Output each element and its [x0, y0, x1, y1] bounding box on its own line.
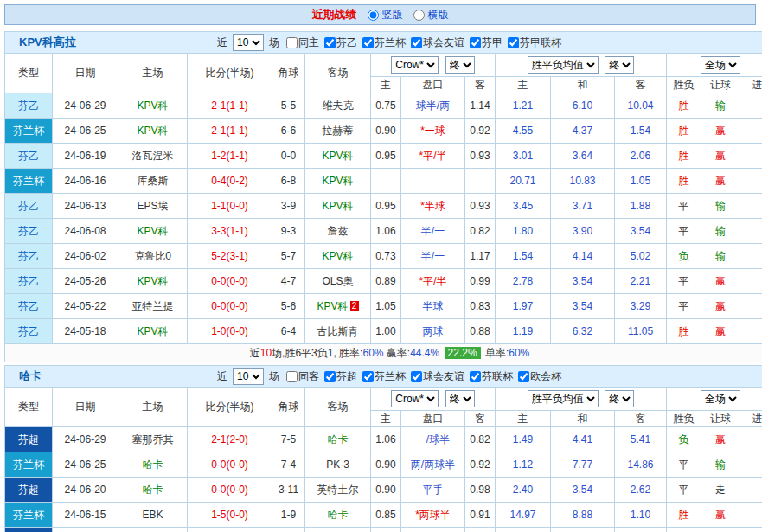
league-filter-checkbox[interactable] [362, 371, 374, 382]
league-filter[interactable]: 芬甲联杯 [508, 35, 561, 50]
bookmaker-select[interactable]: Crow* [391, 390, 439, 407]
match-date: 24-06-25 [53, 452, 118, 478]
avg-away-odds: 2.21 [615, 269, 667, 294]
handicap-odds-home: 0.75 [371, 93, 401, 119]
avg-home-odds: 1.19 [496, 319, 551, 344]
avg-draw-odds: 3.54 [551, 528, 615, 532]
league-filter-checkbox[interactable] [411, 371, 422, 382]
match-row: 芬兰杯24-06-16库桑斯0-4(0-2)6-8KPV科20.7110.831… [5, 169, 762, 194]
league-filter[interactable]: 同主 [286, 35, 319, 50]
layout-option-vertical[interactable]: 竖版 [368, 8, 403, 22]
handicap-odds-away: 0.99 [465, 269, 496, 294]
scope-select[interactable]: 全场 [701, 56, 740, 74]
page: 近期战绩 竖版 横版 KPV科高拉 近 10 场 同主芬乙芬兰杯球会友谊芬甲芬甲… [0, 0, 762, 532]
league-filter-checkbox[interactable] [508, 37, 519, 48]
match-result: 平 [667, 452, 701, 478]
avg-home-odds: 3.01 [496, 144, 551, 169]
avg-away-odds: 1.10 [615, 503, 667, 528]
league-filter[interactable]: 芬兰杯 [362, 369, 406, 384]
league-filter[interactable]: 芬联杯 [470, 369, 513, 384]
handicap-odds-home: 0.89 [371, 269, 401, 294]
vertical-layout-radio[interactable] [368, 10, 379, 21]
league-filter-checkbox[interactable] [470, 37, 481, 48]
col-home: 主场 [118, 54, 188, 93]
league-filter[interactable]: 同客 [286, 369, 319, 384]
horizontal-layout-radio[interactable] [413, 10, 425, 21]
avg-draw-odds: 8.88 [551, 503, 615, 528]
match-date: 24-06-25 [53, 119, 118, 144]
league-filter-checkbox[interactable] [470, 371, 481, 382]
league-filter-checkbox[interactable] [518, 371, 529, 382]
league-badge: 芬超 [5, 478, 53, 503]
league-filter-checkbox[interactable] [411, 37, 422, 48]
handicap-result: 赢 [701, 427, 740, 452]
league-badge: 芬乙 [5, 144, 53, 169]
summary-segment: 44.4% [410, 347, 439, 359]
avg-stage-select[interactable]: 终 [605, 390, 634, 407]
team-name: KPV科高拉 [19, 35, 76, 50]
away-team: 维夫克 [305, 93, 371, 119]
final-score: 1-5(0-0) [188, 503, 272, 528]
match-count-select[interactable]: 10 [233, 368, 264, 385]
col-odds-away: 客 [465, 77, 496, 93]
handicap-odds-home: 0.73 [371, 244, 401, 269]
away-team: KPV科 [305, 169, 371, 194]
league-filter[interactable]: 球会友谊 [411, 35, 464, 50]
col-type: 类型 [5, 388, 53, 427]
avg-type-select[interactable]: 胜平负均值 [528, 390, 599, 407]
avg-stage-select[interactable]: 终 [605, 56, 634, 74]
handicap-result: 赢 [701, 503, 740, 528]
final-score: 2-1(2-0) [188, 427, 272, 452]
league-filter[interactable]: 欧会杯 [518, 369, 561, 384]
col-score: 比分(半场) [188, 54, 272, 93]
handicap-line: 两/两球半 [401, 452, 465, 478]
league-badge: 芬乙 [5, 244, 53, 269]
col-avg-home: 主 [496, 411, 551, 427]
corner-count: 5-7 [272, 244, 305, 269]
final-score: 2-1(1-1) [188, 93, 272, 119]
match-count-select[interactable]: 10 [233, 34, 264, 51]
league-filter-label: 同客 [298, 369, 319, 384]
handicap-odds-away: 0.77 [465, 528, 496, 532]
match-result: 胜 [667, 144, 701, 169]
handicap-odds-away: 0.98 [465, 478, 496, 503]
handicap-line: 半球 [401, 294, 465, 319]
league-filter[interactable]: 芬超 [324, 369, 357, 384]
match-row: 芬乙24-06-19洛瓦涅米1-2(1-1)0-0KPV科0.95*平/半0.9… [5, 144, 762, 169]
col-result: 胜负 [667, 77, 701, 93]
match-row: 芬兰杯24-06-15EBK1-5(0-0)1-9哈卡0.85*两球半0.911… [5, 503, 762, 528]
avg-draw-odds: 3.90 [551, 219, 615, 244]
goals-cell [740, 93, 762, 119]
league-filter-checkbox[interactable] [286, 371, 298, 382]
league-filter[interactable]: 芬乙 [324, 35, 357, 50]
odds-stage-select[interactable]: 终 [445, 390, 475, 407]
col-avg-away: 客 [615, 77, 667, 93]
scope-select[interactable]: 全场 [701, 390, 740, 407]
odds-stage-select[interactable]: 终 [445, 56, 475, 74]
match-row: 芬超24-06-20哈卡0-0(0-0)3-11英特土尔0.90平手0.982.… [5, 478, 762, 503]
avg-draw-odds: 3.71 [551, 194, 615, 219]
corner-count: 3-9 [272, 194, 305, 219]
league-filter-checkbox[interactable] [324, 37, 336, 48]
league-filter-checkbox[interactable] [324, 371, 336, 382]
league-filter[interactable]: 芬兰杯 [362, 35, 406, 50]
away-team: KPV科 [305, 194, 371, 219]
league-filter-checkbox[interactable] [362, 37, 374, 48]
avg-type-select[interactable]: 胜平负均值 [528, 56, 599, 74]
avg-home-odds: 3.45 [496, 194, 551, 219]
avg-home-odds: 1.97 [496, 294, 551, 319]
handicap-odds-away [465, 169, 496, 194]
col-score: 比分(半场) [188, 388, 272, 427]
league-filter[interactable]: 芬甲 [470, 35, 503, 50]
league-filter-checkbox[interactable] [286, 37, 298, 48]
bookmaker-select[interactable]: Crow* [391, 56, 439, 74]
avg-home-odds: 2.40 [496, 478, 551, 503]
home-team: KPV科 [118, 269, 188, 294]
match-date: 24-06-29 [53, 427, 118, 452]
handicap-result: 输 [701, 93, 740, 119]
league-filter[interactable]: 球会友谊 [411, 369, 464, 384]
match-row: 芬超24-06-12古比斯0-1(0-1)11-3哈卡1.11*一球0.774.… [5, 528, 762, 532]
page-title: 近期战绩 [312, 7, 357, 22]
corner-count: 5-5 [272, 93, 305, 119]
layout-option-horizontal[interactable]: 横版 [413, 8, 449, 22]
